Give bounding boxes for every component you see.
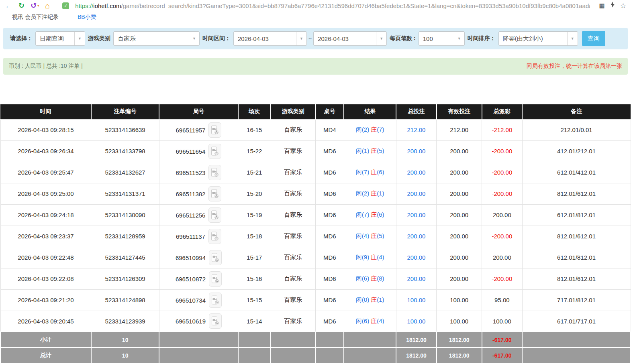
chevron-down-icon[interactable]: ▼ bbox=[376, 32, 386, 45]
video-replay-button[interactable] bbox=[209, 271, 222, 287]
cell-result: 闲(7)庄(6) bbox=[344, 162, 396, 183]
bookmark-star-icon[interactable]: ☆ bbox=[620, 2, 626, 10]
sort-dropdown[interactable]: 降幂(由大到小) ▼ bbox=[498, 31, 578, 46]
cell-game: 百家乐 bbox=[271, 119, 315, 140]
cell-game: 百家乐 bbox=[271, 140, 315, 162]
cell-game: 百家乐 bbox=[271, 204, 315, 226]
result-banker: 庄 bbox=[371, 211, 377, 218]
cell-valid-bet: 200.00 bbox=[437, 140, 482, 162]
cell-valid-bet: 200.00 bbox=[437, 268, 482, 289]
cell-time: 2026-04-03 09:20:45 bbox=[0, 311, 91, 332]
video-replay-button[interactable] bbox=[208, 122, 221, 138]
total-count: 10 bbox=[91, 348, 159, 363]
security-shield-icon[interactable]: ✓ bbox=[62, 2, 69, 9]
cell-time: 2026-04-03 09:26:34 bbox=[0, 140, 91, 162]
cell-valid-bet: 200.00 bbox=[437, 162, 482, 183]
undo-icon[interactable]: ↺ bbox=[31, 2, 37, 9]
cell-session: 15-15 bbox=[238, 289, 271, 311]
cell-total-bet[interactable]: 200.00 bbox=[396, 183, 436, 204]
cell-total-bet[interactable]: 200.00 bbox=[396, 162, 436, 183]
total-total-bet: 1812.00 bbox=[396, 348, 436, 363]
result-banker-score: (7) bbox=[377, 126, 384, 133]
address-bar[interactable]: https://iohetf.com/game/betrecord_search… bbox=[75, 2, 590, 9]
header-bet-id: 注单编号 bbox=[91, 104, 159, 119]
video-replay-button[interactable] bbox=[208, 229, 221, 244]
table-row: 2026-04-03 09:22:08 523314126309 6965108… bbox=[0, 268, 631, 289]
qr-code-icon[interactable]: ▦ bbox=[599, 2, 605, 9]
table-row: 2026-04-03 09:25:00 523314131371 6965113… bbox=[0, 183, 631, 204]
back-icon[interactable]: ← bbox=[5, 2, 12, 10]
home-icon[interactable]: ⌂ bbox=[45, 2, 50, 10]
result-player: 闲(9) bbox=[356, 254, 369, 260]
game-category-dropdown[interactable]: 百家乐 ▼ bbox=[113, 31, 200, 46]
cell-round: 696511654 bbox=[159, 140, 238, 162]
undo-control[interactable]: ↺ ▾ bbox=[31, 2, 39, 9]
chevron-down-icon[interactable]: ▼ bbox=[189, 32, 199, 45]
result-banker: 庄 bbox=[371, 126, 377, 133]
header-result: 结果 bbox=[344, 104, 396, 119]
video-replay-button[interactable] bbox=[208, 165, 221, 180]
result-player: 闲(7) bbox=[356, 211, 369, 218]
video-replay-button[interactable] bbox=[208, 144, 221, 159]
cell-total-bet[interactable]: 200.00 bbox=[396, 268, 436, 289]
search-button[interactable]: 查询 bbox=[582, 31, 605, 46]
lightning-icon[interactable] bbox=[610, 2, 615, 10]
cell-total-bet[interactable]: 200.00 bbox=[396, 226, 436, 247]
cell-round: 696511957 bbox=[159, 119, 238, 140]
video-replay-button[interactable] bbox=[209, 250, 222, 265]
round-number: 696511523 bbox=[176, 169, 205, 176]
video-replay-button[interactable] bbox=[209, 313, 222, 329]
cell-time: 2026-04-03 09:28:15 bbox=[0, 119, 91, 140]
cell-session: 15-14 bbox=[238, 311, 271, 332]
date-from-picker[interactable]: 2026-04-03 ▼ bbox=[233, 31, 307, 46]
video-replay-button[interactable] bbox=[209, 293, 222, 308]
page-size-label: 每页笔数 : bbox=[390, 35, 416, 42]
cell-session: 15-16 bbox=[238, 268, 271, 289]
date-from-value: 2026-04-03 bbox=[234, 32, 296, 45]
video-replay-button[interactable] bbox=[208, 186, 221, 201]
refresh-icon[interactable]: ↻ bbox=[18, 2, 25, 9]
cell-total-bet[interactable]: 212.00 bbox=[396, 119, 436, 140]
cell-total-bet[interactable]: 100.00 bbox=[396, 311, 436, 332]
date-to-value: 2026-04-03 bbox=[314, 32, 376, 45]
table-row: 2026-04-03 09:25:47 523314132627 6965115… bbox=[0, 162, 631, 183]
round-number: 696510994 bbox=[176, 254, 206, 261]
cell-bet-id: 523314136639 bbox=[91, 119, 159, 140]
cell-session: 15-20 bbox=[238, 183, 271, 204]
cell-valid-bet: 200.00 bbox=[437, 183, 482, 204]
query-type-dropdown[interactable]: 日期查询 ▼ bbox=[35, 31, 85, 46]
chevron-down-icon[interactable]: ▼ bbox=[454, 32, 464, 45]
result-banker-score: (6) bbox=[377, 211, 384, 218]
url-path: /game/betrecord_search/kind3?GameType=30… bbox=[121, 2, 590, 9]
result-banker-score: (4) bbox=[377, 317, 384, 324]
result-player: 闲(7) bbox=[356, 169, 369, 175]
tab-bb-tip[interactable]: BB小费 bbox=[78, 14, 96, 21]
cell-bet-id: 523314131371 bbox=[91, 183, 159, 204]
cell-valid-bet: 200.00 bbox=[437, 226, 482, 247]
page-size-dropdown[interactable]: 100 ▼ bbox=[419, 31, 465, 46]
video-replay-button[interactable] bbox=[208, 207, 221, 223]
chevron-down-icon[interactable]: ▼ bbox=[296, 32, 306, 45]
cell-payout: 100.00 bbox=[482, 311, 522, 332]
chevron-down-icon[interactable]: ▼ bbox=[567, 32, 578, 45]
cell-table: MD6 bbox=[315, 140, 344, 162]
cell-valid-bet: 200.00 bbox=[437, 204, 482, 226]
chevron-down-icon[interactable]: ▼ bbox=[74, 32, 85, 45]
tab-bet-records[interactable]: 视讯 会员下注纪录 bbox=[0, 11, 70, 23]
undo-dropdown-caret[interactable]: ▾ bbox=[37, 4, 39, 8]
toolbar-divider bbox=[56, 2, 56, 9]
date-to-picker[interactable]: 2026-04-03 ▼ bbox=[313, 31, 387, 46]
cell-total-bet[interactable]: 200.00 bbox=[396, 247, 436, 268]
result-banker: 庄 bbox=[371, 254, 377, 260]
cell-bet-id: 523314130090 bbox=[91, 204, 159, 226]
table-row: 2026-04-03 09:26:34 523314133798 6965116… bbox=[0, 140, 631, 162]
cell-total-bet[interactable]: 100.00 bbox=[396, 289, 436, 311]
cell-total-bet[interactable]: 200.00 bbox=[396, 140, 436, 162]
result-banker: 庄 bbox=[371, 232, 377, 239]
cell-table: MD6 bbox=[315, 204, 344, 226]
cell-total-bet[interactable]: 200.00 bbox=[396, 204, 436, 226]
url-scheme: https:// bbox=[75, 2, 93, 9]
subtotal-payout: -617.00 bbox=[482, 332, 522, 348]
header-remark: 备注 bbox=[522, 104, 631, 119]
result-player: 闲(6) bbox=[356, 317, 369, 324]
